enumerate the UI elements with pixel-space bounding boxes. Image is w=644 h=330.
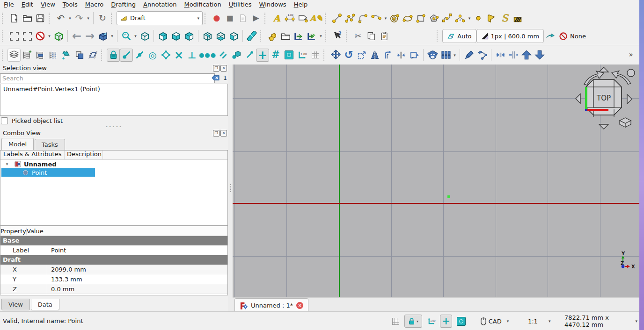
zoom-button[interactable] <box>120 29 133 43</box>
export-dropdown[interactable]: ▾ <box>318 29 323 43</box>
draft-arc-button[interactable] <box>370 12 383 25</box>
menu-view[interactable]: View <box>37 0 59 8</box>
float-panel-icon[interactable]: ❐ <box>213 65 220 72</box>
tree-header-labels[interactable]: Labels & Attributes <box>0 151 65 159</box>
close-panel-icon[interactable]: × <box>220 65 227 72</box>
cut-button[interactable]: ✂ <box>351 29 365 43</box>
snap-lock-button[interactable] <box>107 49 120 62</box>
add-to-group-button[interactable] <box>21 49 34 62</box>
subelement-highlight-button[interactable] <box>476 49 489 62</box>
move-to-group-button[interactable] <box>34 49 47 62</box>
tab-data[interactable]: Data <box>31 299 59 310</box>
draft-facebinder-button[interactable] <box>485 12 498 25</box>
view-bottom-button[interactable] <box>214 29 227 43</box>
select-group-button[interactable] <box>47 49 60 62</box>
nav-forward-button[interactable]: → <box>83 29 96 43</box>
menu-edit[interactable]: Edit <box>18 0 37 8</box>
clipping-plane-button[interactable] <box>34 29 47 43</box>
3d-viewport[interactable]: TOP Y Z X <box>233 65 639 297</box>
draft-hatch-button[interactable] <box>511 12 524 25</box>
draft-dimension-button[interactable]: 1.00 <box>283 12 296 25</box>
snap-perpendicular-button[interactable]: ⊥ <box>185 49 198 62</box>
draft-ellipse-button[interactable] <box>401 12 414 25</box>
toolbar-grip[interactable] <box>346 30 349 42</box>
snap-dimensions-button[interactable]: 1.00 <box>295 49 308 62</box>
working-plane-button[interactable]: Auto <box>442 29 476 43</box>
scale-ratio-selector[interactable]: 1:1 ▾ <box>526 315 552 328</box>
refresh-button[interactable]: ↻ <box>96 12 109 25</box>
draft-array-button[interactable] <box>439 49 452 62</box>
property-group-base[interactable]: Base <box>0 236 227 245</box>
menu-macro[interactable]: Macro <box>81 0 107 8</box>
undo-button[interactable]: ↶ <box>54 12 67 25</box>
toolbar-grip[interactable] <box>325 30 329 42</box>
tree-row-document[interactable]: ▾ Unnamed <box>0 160 227 168</box>
toolbar-overflow-button[interactable]: » <box>624 49 637 62</box>
view-right-button[interactable] <box>183 29 196 43</box>
add-to-construction-button[interactable] <box>60 49 73 62</box>
property-value[interactable]: Point <box>47 247 66 254</box>
line-style-button[interactable]: 1px | 600.0 mm <box>476 29 544 43</box>
picked-object-list-row[interactable]: Picked object list <box>1 117 63 124</box>
fit-selection-button[interactable] <box>21 29 34 43</box>
menu-utilities[interactable]: Utilities <box>225 0 256 8</box>
tree-header-description[interactable]: Description <box>65 151 103 159</box>
annotation-styles-button[interactable]: A✎ <box>309 12 323 25</box>
panel-splitter-handle[interactable]: ••••• <box>0 124 228 129</box>
draft-point-object[interactable] <box>447 195 450 198</box>
property-row-y[interactable]: Y 133.3 mm <box>0 274 227 284</box>
autogroup-indicator[interactable]: None <box>557 29 588 43</box>
tab-model[interactable]: Model <box>1 138 34 151</box>
close-panel-icon[interactable]: × <box>220 130 227 136</box>
snap-extension-button[interactable]: ●●● <box>198 49 217 62</box>
draft-shapestring-button[interactable]: S <box>498 12 511 25</box>
toggle-display-mode-button[interactable] <box>73 49 86 62</box>
toolbar-grip[interactable] <box>205 13 208 24</box>
view-rear-button[interactable] <box>201 29 214 43</box>
import-button[interactable] <box>292 29 305 43</box>
toolbar-grip[interactable] <box>260 30 263 42</box>
draft-move-button[interactable] <box>329 49 342 62</box>
property-group-draft[interactable]: Draft <box>0 255 227 265</box>
create-group-button[interactable] <box>266 29 279 43</box>
redo-dropdown[interactable]: ▾ <box>86 12 91 25</box>
menu-help[interactable]: Help <box>290 0 312 8</box>
snap-near-button[interactable] <box>243 49 256 62</box>
layer-manager-button[interactable] <box>7 49 21 62</box>
clear-search-icon[interactable] <box>212 75 220 81</box>
clipping-dropdown[interactable]: ▾ <box>47 29 52 43</box>
menu-file[interactable]: File <box>0 0 18 8</box>
macro-play-button[interactable]: ▶ <box>249 12 263 25</box>
view-axonometric-button[interactable] <box>138 29 151 43</box>
status-snap-dimensions-button[interactable]: 1.00 <box>425 315 437 328</box>
nav-cube-top-label[interactable]: TOP <box>596 94 611 102</box>
draft-wire-button[interactable] <box>344 12 357 25</box>
tab-tasks[interactable]: Tasks <box>35 139 65 151</box>
toolbar-grip[interactable] <box>49 13 52 24</box>
view-left-button[interactable] <box>227 29 240 43</box>
draft-stretch-button[interactable] <box>408 49 421 62</box>
draft-rotate-button[interactable]: ↺ <box>342 49 355 62</box>
toolbar-grip[interactable] <box>325 13 328 24</box>
draft-bspline-button[interactable] <box>440 12 454 25</box>
draft-upgrade-button[interactable] <box>520 49 533 62</box>
linked-object-dropdown[interactable]: ▾ <box>110 29 115 43</box>
toolbar-grip[interactable] <box>2 30 5 42</box>
property-value[interactable]: 2099.0 mm <box>47 266 86 273</box>
snap-special-button[interactable] <box>230 49 243 62</box>
toolbar-grip[interactable] <box>111 13 114 24</box>
toolbar-grip[interactable] <box>323 50 327 61</box>
menu-tools[interactable]: Tools <box>59 0 81 8</box>
draft-split-button[interactable] <box>507 49 520 62</box>
export-button[interactable] <box>305 29 318 43</box>
linked-object-nav-button[interactable] <box>96 29 110 43</box>
open-folder2-button[interactable] <box>279 29 292 43</box>
property-value[interactable]: 0.0 mm <box>47 286 74 293</box>
draft-edit-button[interactable] <box>462 49 476 62</box>
toolbar-grip[interactable] <box>101 50 104 61</box>
nav-back-button[interactable]: ← <box>70 29 83 43</box>
status-snap-ortho-button[interactable]: + <box>440 315 452 328</box>
document-tab[interactable]: Unnamed : 1* × <box>234 298 308 312</box>
arc-dropdown[interactable]: ▾ <box>383 12 388 25</box>
draft-point-button[interactable] <box>472 12 485 25</box>
